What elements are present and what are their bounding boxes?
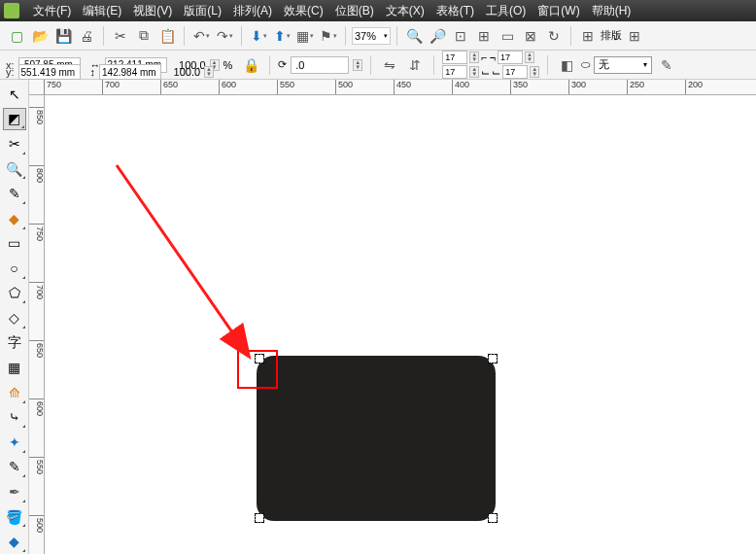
y-label: y: <box>6 66 15 78</box>
corner-tl-input[interactable]: 17 <box>442 51 467 64</box>
zoom-page-icon[interactable]: ▭ <box>497 25 518 47</box>
eyedropper-tool-icon[interactable]: ✎ <box>3 456 26 479</box>
menu-file[interactable]: 文件(F) <box>27 3 77 19</box>
copy-icon[interactable]: ⧉ <box>133 25 155 47</box>
scale-y-value[interactable]: 100.0 <box>165 66 200 78</box>
y-position-input[interactable]: 551.419 mm <box>18 64 81 80</box>
menu-help[interactable]: 帮助(H) <box>586 3 637 19</box>
outline-tool-icon[interactable]: ✒ <box>3 480 26 503</box>
zoom-in-icon[interactable]: 🔍 <box>403 25 425 47</box>
undo-icon[interactable]: ↶ <box>190 25 212 47</box>
corner-tr-spin[interactable]: ▲▼ <box>525 52 534 63</box>
separator <box>370 55 371 75</box>
rectangle-tool-icon[interactable]: ▭ <box>3 232 26 256</box>
dimension-tool-icon[interactable]: ⟰ <box>3 381 26 404</box>
paste-icon[interactable]: 📋 <box>156 25 178 47</box>
corner-bl-input[interactable]: 17 <box>442 65 467 79</box>
ruler-tick: 300 <box>568 80 586 95</box>
menu-arrange[interactable]: 排列(A) <box>227 3 278 19</box>
print-icon[interactable]: 🖨 <box>76 25 97 47</box>
menu-edit[interactable]: 编辑(E) <box>77 3 127 19</box>
ruler-tick: 750 <box>29 224 45 241</box>
ruler-tick: 550 <box>277 80 294 95</box>
ellipse-tool-icon[interactable]: ○ <box>3 257 26 280</box>
fill-tool-icon[interactable]: 🪣 <box>3 505 26 529</box>
interactive-tool-icon[interactable]: ✦ <box>3 431 26 454</box>
shape-tool-icon[interactable]: ◩ <box>3 108 26 131</box>
corner-tl-spin[interactable]: ▲▼ <box>469 52 479 63</box>
rounded-rectangle-shape[interactable] <box>257 356 496 521</box>
cut-icon[interactable]: ✂ <box>110 25 131 47</box>
standard-toolbar: ▢ 📂 💾 🖨 ✂ ⧉ 📋 ↶ ↷ ⬇ ⬆ ▦ ⚑ 37% 🔍 🔎 ⊡ ⊞ ▭ … <box>0 21 756 51</box>
text-tool-icon[interactable]: 字 <box>3 331 26 355</box>
lock-aspect-icon[interactable]: 🔒 <box>240 54 261 76</box>
menu-window[interactable]: 窗口(W) <box>532 3 585 19</box>
wrap-style-select[interactable]: 无 <box>594 56 652 74</box>
table-tool-icon[interactable]: ▦ <box>3 356 26 379</box>
welcome-icon[interactable]: ⚑ <box>318 25 339 47</box>
annotation-highlight-box <box>237 350 278 389</box>
corner-bl-spin[interactable]: ▲▼ <box>469 66 479 78</box>
ruler-tick: 200 <box>685 80 703 95</box>
zoom-fit-icon[interactable]: ⊡ <box>450 25 471 47</box>
rotation-input[interactable]: .0 <box>291 56 349 74</box>
ruler-tick: 500 <box>335 80 353 95</box>
rotation-spinner[interactable]: ▲▼ <box>353 59 362 71</box>
menu-tools[interactable]: 工具(O) <box>480 3 532 19</box>
open-icon[interactable]: 📂 <box>29 25 51 47</box>
mirror-v-icon[interactable]: ⇵ <box>404 54 426 76</box>
ruler-tick: 650 <box>160 80 178 95</box>
polygon-tool-icon[interactable]: ⬠ <box>3 282 26 305</box>
app-logo-icon <box>4 3 19 18</box>
corner-handle-bl[interactable] <box>255 513 264 523</box>
corner-br-input[interactable]: 17 <box>502 65 528 79</box>
snap-icon-1[interactable]: ⊞ <box>577 25 599 47</box>
menu-view[interactable]: 视图(V) <box>127 3 178 19</box>
corner-tr-input[interactable]: 17 <box>498 51 523 64</box>
freehand-tool-icon[interactable]: ✎ <box>3 182 26 205</box>
menu-bar: 文件(F) 编辑(E) 视图(V) 版面(L) 排列(A) 效果(C) 位图(B… <box>0 0 756 21</box>
refresh-icon[interactable]: ↻ <box>543 25 565 47</box>
corner-handle-tr[interactable] <box>488 354 498 364</box>
separator <box>570 26 571 46</box>
layout-label: 排版 <box>601 28 622 43</box>
menu-text[interactable]: 文本(X) <box>380 3 430 19</box>
ruler-tick: 650 <box>29 340 45 358</box>
menu-table[interactable]: 表格(T) <box>430 3 480 19</box>
export-icon[interactable]: ⬆ <box>271 25 292 47</box>
rotation-icon: ⟳ <box>278 58 287 71</box>
redo-icon[interactable]: ↷ <box>214 25 235 47</box>
zoom-selection-icon[interactable]: ⊞ <box>473 25 495 47</box>
pick-tool-icon[interactable]: ↖ <box>3 83 26 106</box>
horizontal-ruler: 750 700 650 600 550 500 450 400 350 300 … <box>29 80 756 95</box>
app-launcher-icon[interactable]: ▦ <box>294 25 316 47</box>
interactive-fill-tool-icon[interactable]: ◆ <box>3 530 26 553</box>
outline-icon: ⬭ <box>581 58 590 71</box>
save-icon[interactable]: 💾 <box>52 25 74 47</box>
zoom-level-input[interactable]: 37% <box>352 27 391 45</box>
ruler-tick: 850 <box>29 107 45 124</box>
snap-icon-2[interactable]: ⊞ <box>624 25 645 47</box>
menu-effects[interactable]: 效果(C) <box>278 3 329 19</box>
wrap-text-icon[interactable]: ◧ <box>556 54 577 76</box>
menu-bitmap[interactable]: 位图(B) <box>329 3 380 19</box>
new-doc-icon[interactable]: ▢ <box>6 25 27 47</box>
corner-handle-br[interactable] <box>488 513 498 523</box>
corner-br-spin[interactable]: ▲▼ <box>530 66 539 78</box>
crop-tool-icon[interactable]: ✂ <box>3 132 26 156</box>
scale-y-spinner[interactable]: ▲▼ <box>204 66 214 78</box>
drawing-canvas[interactable] <box>45 95 756 554</box>
separator <box>396 26 397 46</box>
height-input[interactable]: 142.984 mm <box>99 64 161 80</box>
basic-shapes-tool-icon[interactable]: ◇ <box>3 306 26 329</box>
separator <box>241 26 242 46</box>
smart-fill-tool-icon[interactable]: ◆ <box>3 207 26 230</box>
menu-layout[interactable]: 版面(L) <box>178 3 227 19</box>
connector-tool-icon[interactable]: ⤷ <box>3 406 26 430</box>
import-icon[interactable]: ⬇ <box>248 25 269 47</box>
mirror-h-icon[interactable]: ⇋ <box>379 54 400 76</box>
zoom-out-icon[interactable]: 🔎 <box>427 25 448 47</box>
zoom-tool-icon[interactable]: 🔍 <box>3 157 26 181</box>
zoom-all-icon[interactable]: ⊠ <box>520 25 541 47</box>
to-curves-icon[interactable]: ✎ <box>656 54 677 76</box>
